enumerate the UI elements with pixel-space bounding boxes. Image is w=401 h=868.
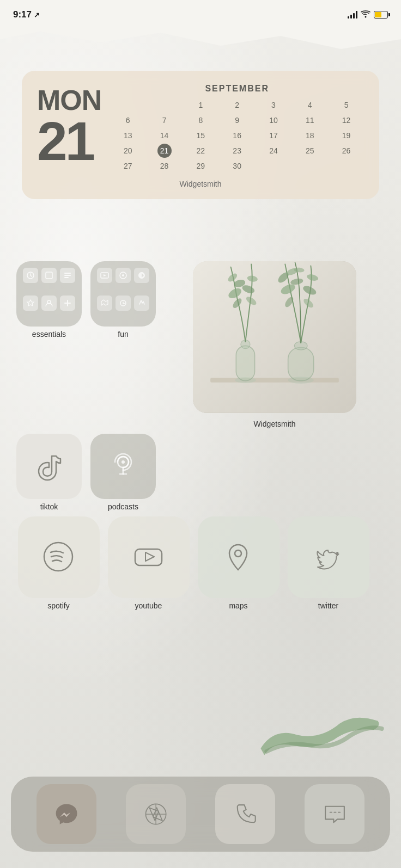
svg-point-35: [44, 543, 72, 571]
calendar-widget[interactable]: MON 21 SEPTEMBER 1 2 3 4 5 6 7 8 9 10 11: [22, 71, 379, 199]
svg-rect-9: [193, 261, 356, 413]
signal-icon: [348, 11, 357, 19]
widgetsmith-photo-widget[interactable]: [193, 261, 356, 413]
widgetsmith-calendar-label: Widgetsmith: [37, 180, 364, 188]
svg-rect-4: [64, 277, 69, 278]
svg-rect-12: [236, 346, 254, 380]
status-time: 9:17 ↗: [13, 9, 40, 20]
widgetsmith-photo-label: Widgetsmith: [253, 420, 295, 428]
app-item-twitter[interactable]: twitter: [286, 516, 370, 610]
day-section: MON 21: [37, 84, 101, 165]
battery-icon: [374, 11, 388, 19]
svg-rect-15: [288, 348, 314, 381]
status-icons: [348, 10, 388, 20]
app-item-essentials[interactable]: essentials: [16, 261, 82, 338]
svg-point-8: [122, 274, 124, 276]
wifi-icon: [361, 10, 370, 20]
podcasts-icon[interactable]: [90, 434, 156, 499]
app-row-2: tiktok podcasts: [16, 434, 385, 511]
essentials-label: essentials: [32, 330, 66, 338]
app-item-podcasts[interactable]: podcasts: [90, 434, 156, 511]
svg-rect-36: [135, 549, 162, 565]
svg-rect-3: [64, 275, 71, 276]
day-number: 21: [37, 116, 93, 165]
dock-item-messages[interactable]: [305, 784, 364, 844]
widgetsmith-photo-container[interactable]: Widgetsmith: [165, 261, 385, 428]
app-row-1: essentials: [16, 261, 385, 428]
svg-rect-10: [210, 378, 339, 383]
eucalyptus-illustration: [193, 261, 356, 413]
messenger-icon[interactable]: [37, 784, 96, 844]
app-item-maps[interactable]: maps: [196, 516, 281, 610]
svg-point-37: [235, 550, 241, 557]
app-row-3: spotify youtube maps: [16, 516, 385, 610]
fun-label: fun: [118, 330, 128, 338]
svg-rect-1: [46, 272, 52, 279]
location-icon: ↗: [34, 11, 40, 19]
app-item-tiktok[interactable]: tiktok: [16, 434, 82, 511]
dock-item-safari[interactable]: [126, 784, 186, 844]
messages-icon[interactable]: [305, 784, 364, 844]
youtube-icon[interactable]: [108, 516, 190, 598]
essentials-icon[interactable]: [16, 261, 82, 327]
time-display: 9:17: [13, 9, 32, 20]
month-title: SEPTEMBER: [110, 84, 364, 94]
app-grid: essentials: [0, 261, 401, 610]
spotify-label: spotify: [47, 601, 69, 610]
fun-grid: [90, 261, 156, 327]
phone-icon[interactable]: [215, 784, 275, 844]
app-item-youtube[interactable]: youtube: [106, 516, 191, 610]
battery-fill: [375, 12, 381, 17]
tiktok-icon[interactable]: [16, 434, 82, 499]
calendar-grid: 1 2 3 4 5 6 7 8 9 10 11 12 13 14 15 16 1…: [110, 98, 364, 173]
tiktok-label: tiktok: [40, 502, 58, 511]
photo-widget-bg: [193, 261, 356, 413]
dock-item-phone[interactable]: [215, 784, 275, 844]
maps-icon[interactable]: [198, 516, 280, 598]
app-item-fun[interactable]: fun: [90, 261, 156, 338]
status-bar: 9:17 ↗: [0, 7, 401, 23]
podcasts-label: podcasts: [108, 502, 138, 511]
svg-point-34: [121, 460, 125, 464]
fun-icon[interactable]: [90, 261, 156, 327]
month-section: SEPTEMBER 1 2 3 4 5 6 7 8 9 10 11 12 13: [110, 84, 364, 173]
spotify-icon[interactable]: [18, 516, 100, 598]
essentials-grid: [16, 261, 82, 327]
safari-icon[interactable]: [126, 784, 186, 844]
twitter-label: twitter: [318, 601, 338, 610]
maps-label: maps: [229, 601, 247, 610]
youtube-label: youtube: [135, 601, 162, 610]
dock: [11, 777, 390, 852]
svg-rect-2: [64, 273, 71, 274]
dock-item-messenger[interactable]: [37, 784, 96, 844]
twitter-icon[interactable]: [288, 516, 369, 598]
app-item-spotify[interactable]: spotify: [16, 516, 101, 610]
